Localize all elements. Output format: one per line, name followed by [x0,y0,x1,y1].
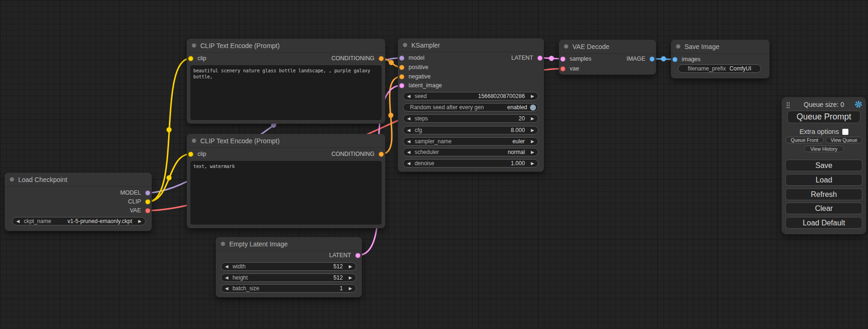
node-save-image[interactable]: Save Image images filename_prefix ComfyU… [671,40,769,78]
widget-sampler-name[interactable]: ◀ sampler_name euler ▶ [403,137,538,146]
widget-label: Random seed after every gen [410,104,484,111]
node-collapse-dot[interactable] [676,44,680,49]
load-default-button[interactable]: Load Default [785,217,862,229]
output-port-latent[interactable] [537,56,543,61]
node-collapse-dot[interactable] [221,242,225,246]
node-collapse-dot[interactable] [564,44,568,49]
decrement-arrow-icon[interactable]: ◀ [407,140,410,144]
input-label: samples [570,56,592,62]
widget-steps[interactable]: ◀ steps 20 ▶ [403,114,538,123]
clear-button[interactable]: Clear [785,203,862,214]
decrement-arrow-icon[interactable]: ◀ [16,219,20,224]
node-title-bar[interactable]: Save Image [671,40,769,54]
node-title-bar[interactable]: KSampler [398,38,544,52]
widget-value: euler [512,138,525,145]
input-port-vae[interactable] [560,66,565,71]
widget-value: 156680208700286 [478,93,525,99]
widget-seed[interactable]: ◀ seed 156680208700286 ▶ [403,92,538,100]
widget-height[interactable]: ◀ height 512 ▶ [221,273,356,282]
view-queue-button[interactable]: View Queue [826,137,862,143]
increment-arrow-icon[interactable]: ▶ [531,140,534,144]
decrement-arrow-icon[interactable]: ◀ [407,117,410,121]
output-label: CLIP [128,198,141,205]
input-port-clip[interactable] [188,152,193,157]
input-port-images[interactable] [672,57,677,62]
increment-arrow-icon[interactable]: ▶ [138,219,141,224]
node-title: CLIP Text Encode (Prompt) [200,42,280,49]
node-title-bar[interactable]: Empty Latent Image [216,237,362,251]
input-port-latent-image[interactable] [399,83,404,88]
widget-random-seed-toggle[interactable]: Random seed after every gen enabled [403,103,538,112]
widget-scheduler[interactable]: ◀ scheduler normal ▶ [403,148,538,156]
output-port-clip[interactable] [145,199,150,204]
output-port-vae[interactable] [145,208,150,213]
input-port-samples[interactable] [560,56,565,62]
increment-arrow-icon[interactable]: ▶ [531,150,534,154]
decrement-arrow-icon[interactable]: ◀ [407,161,410,166]
increment-arrow-icon[interactable]: ▶ [531,128,534,133]
output-port-conditioning[interactable] [379,56,384,61]
widget-batch-size[interactable]: ◀ batch_size 1 ▶ [221,284,356,293]
prompt-textarea[interactable]: beautiful scenery nature glass bottle la… [191,65,381,120]
extra-options-checkbox[interactable] [842,129,848,135]
widget-filename-prefix[interactable]: filename_prefix ComfyUI [678,64,761,73]
output-slot-latent: LATENT [329,251,362,260]
increment-arrow-icon[interactable]: ▶ [531,161,534,166]
prompt-textarea[interactable]: text, watermark [191,161,381,224]
decrement-arrow-icon[interactable]: ◀ [407,128,410,133]
view-history-button[interactable]: View History [804,146,844,152]
node-clip-text-encode-negative[interactable]: CLIP Text Encode (Prompt) clip CONDITION… [187,134,385,228]
node-title-bar[interactable]: VAE Decode [559,40,656,54]
toggle-enabled-dot[interactable] [530,105,536,111]
increment-arrow-icon[interactable]: ▶ [349,287,352,291]
node-title-bar[interactable]: Load Checkpoint [5,173,152,187]
widget-cfg[interactable]: ◀ cfg 8.000 ▶ [403,126,538,134]
input-port-model[interactable] [399,56,404,61]
decrement-arrow-icon[interactable]: ◀ [225,276,228,280]
node-collapse-dot[interactable] [403,43,407,47]
input-port-clip[interactable] [188,56,193,61]
decrement-arrow-icon[interactable]: ◀ [225,287,228,291]
output-port-model[interactable] [145,190,150,196]
load-button[interactable]: Load [785,174,862,186]
node-vae-decode[interactable]: VAE Decode samples vae IMAGE [559,40,656,75]
node-collapse-dot[interactable] [192,43,196,48]
node-collapse-dot[interactable] [192,139,196,143]
refresh-button[interactable]: Refresh [785,189,862,200]
widget-width[interactable]: ◀ width 512 ▶ [221,262,356,271]
node-collapse-dot[interactable] [10,177,14,182]
output-port-conditioning[interactable] [379,152,384,157]
widget-ckpt-name[interactable]: ◀ ckpt_name v1-5-pruned-emaonly.ckpt ▶ [12,217,146,225]
node-load-checkpoint[interactable]: Load Checkpoint MODEL CLIP VAE ◀ ckpt_na… [5,173,152,231]
input-port-negative[interactable] [399,74,404,79]
increment-arrow-icon[interactable]: ▶ [349,265,352,269]
increment-arrow-icon[interactable]: ▶ [531,94,534,98]
widget-label: steps [415,115,428,122]
decrement-arrow-icon[interactable]: ◀ [407,94,410,98]
node-title-bar[interactable]: CLIP Text Encode (Prompt) [187,39,385,53]
increment-arrow-icon[interactable]: ▶ [349,276,352,280]
increment-arrow-icon[interactable]: ▶ [531,117,534,121]
decrement-arrow-icon[interactable]: ◀ [407,150,410,154]
input-slot-vae: vae [559,64,579,73]
node-title-bar[interactable]: CLIP Text Encode (Prompt) [187,134,385,148]
save-button[interactable]: Save [785,160,862,171]
output-label: LATENT [329,252,351,259]
settings-gear-icon[interactable] [854,100,862,110]
queue-prompt-button[interactable]: Queue Prompt [787,111,861,123]
node-ksampler[interactable]: KSampler model positive negative latent_… [398,38,544,172]
input-label: negative [409,73,430,80]
node-clip-text-encode-positive[interactable]: CLIP Text Encode (Prompt) clip CONDITION… [187,39,385,124]
queue-front-button[interactable]: Queue Front [785,137,824,143]
widget-denoise[interactable]: ◀ denoise 1.000 ▶ [403,159,538,168]
widget-value: 1 [339,285,343,292]
output-port-image[interactable] [649,56,655,62]
queue-panel: Queue size: 0 Queue Prompt Extra options… [782,97,866,234]
node-empty-latent-image[interactable]: Empty Latent Image LATENT ◀ width 512 ▶ … [216,237,362,297]
input-label: positive [409,64,428,70]
input-label: vae [570,65,579,72]
widget-value: 8.000 [511,127,525,133]
decrement-arrow-icon[interactable]: ◀ [225,265,228,269]
output-port-latent[interactable] [355,253,360,258]
input-port-positive[interactable] [399,65,404,70]
